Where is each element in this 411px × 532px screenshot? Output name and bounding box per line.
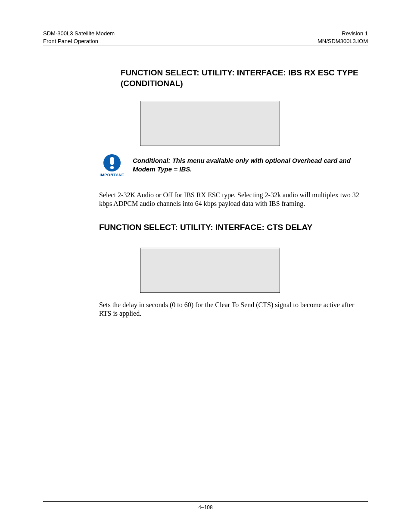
page-footer: 4–108 — [43, 501, 368, 510]
header-divider — [43, 46, 368, 46]
section1-body: Select 2-32K Audio or Off for IBS RX ESC… — [99, 191, 368, 208]
important-text: Conditional: This menu available only wi… — [133, 156, 368, 173]
header-right-top: Revision 1 — [342, 30, 368, 37]
lcd-display-box-1 — [140, 101, 280, 146]
page-header: SDM-300L3 Satellite Modem Revision 1 Fro… — [43, 30, 368, 46]
lcd-display-box-2 — [140, 248, 280, 293]
section-cts-delay: FUNCTION SELECT: UTILITY: INTERFACE: CTS… — [99, 223, 368, 318]
header-left-top: SDM-300L3 Satellite Modem — [43, 30, 115, 37]
svg-point-2 — [110, 166, 114, 169]
section2-body: Sets the delay in seconds (0 to 60) for … — [99, 301, 368, 318]
header-left-bottom: Front Panel Operation — [43, 38, 98, 44]
important-callout: IMPORTANT Conditional: This menu availab… — [99, 154, 368, 177]
main-content: FUNCTION SELECT: UTILITY: INTERFACE: IBS… — [99, 68, 368, 501]
section-ibs-rx-esc: FUNCTION SELECT: UTILITY: INTERFACE: IBS… — [99, 68, 368, 208]
header-right-bottom: MN/SDM300L3.IOM — [318, 38, 368, 44]
important-icon: IMPORTANT — [99, 154, 125, 177]
page-number: 4–108 — [198, 504, 212, 510]
footer-divider — [43, 501, 368, 502]
svg-rect-1 — [110, 157, 114, 165]
important-label: IMPORTANT — [99, 173, 125, 177]
section1-heading: FUNCTION SELECT: UTILITY: INTERFACE: IBS… — [121, 68, 368, 89]
section2-heading: FUNCTION SELECT: UTILITY: INTERFACE: CTS… — [99, 223, 368, 232]
